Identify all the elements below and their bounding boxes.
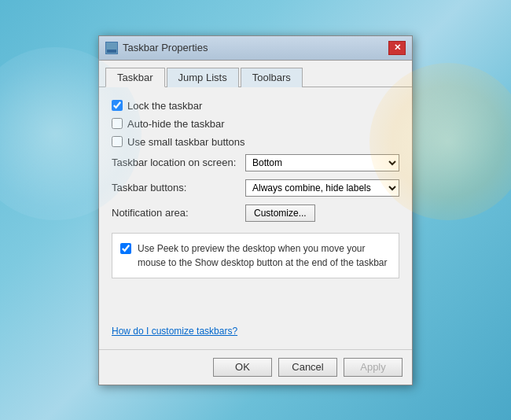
title-bar-left: Taskbar Properties	[105, 42, 208, 54]
tab-bar: Taskbar Jump Lists Toolbars	[99, 61, 412, 87]
help-link[interactable]: How do I customize taskbars?	[112, 326, 399, 337]
close-button[interactable]: ✕	[388, 41, 406, 55]
customize-button[interactable]: Customize...	[245, 204, 315, 222]
ok-button[interactable]: OK	[213, 358, 272, 377]
lock-taskbar-label[interactable]: Lock the taskbar	[127, 100, 202, 112]
auto-hide-row: Auto-hide the taskbar	[112, 118, 399, 130]
taskbar-location-select[interactable]: Bottom Top Left Right	[245, 154, 399, 171]
notification-area-row: Notification area: Customize...	[112, 204, 399, 222]
title-bar: Taskbar Properties ✕	[99, 36, 412, 61]
small-buttons-checkbox[interactable]	[112, 136, 123, 147]
small-buttons-label[interactable]: Use small taskbar buttons	[127, 136, 245, 148]
cancel-button[interactable]: Cancel	[278, 358, 337, 377]
lock-taskbar-row: Lock the taskbar	[112, 100, 399, 112]
tab-toolbars[interactable]: Toolbars	[241, 68, 303, 87]
small-buttons-row: Use small taskbar buttons	[112, 136, 399, 148]
auto-hide-label[interactable]: Auto-hide the taskbar	[127, 118, 225, 130]
taskbar-buttons-select[interactable]: Always combine, hide labels Combine when…	[245, 179, 399, 197]
taskbar-properties-dialog: Taskbar Properties ✕ Taskbar Jump Lists …	[98, 35, 413, 385]
peek-label[interactable]: Use Peek to preview the desktop when you…	[138, 241, 391, 270]
auto-hide-checkbox[interactable]	[112, 118, 123, 129]
taskbar-buttons-row: Taskbar buttons: Always combine, hide la…	[112, 179, 399, 197]
tab-content: Lock the taskbar Auto-hide the taskbar U…	[99, 87, 412, 349]
tab-taskbar[interactable]: Taskbar	[105, 68, 165, 87]
dialog-footer: OK Cancel Apply	[99, 349, 412, 385]
peek-section: Use Peek to preview the desktop when you…	[112, 233, 399, 278]
lock-taskbar-checkbox[interactable]	[112, 100, 123, 111]
svg-rect-1	[107, 43, 110, 49]
peek-checkbox[interactable]	[120, 243, 131, 254]
taskbar-location-label: Taskbar location on screen:	[112, 157, 245, 168]
taskbar-location-row: Taskbar location on screen: Bottom Top L…	[112, 154, 399, 171]
dialog-icon	[105, 42, 118, 54]
taskbar-buttons-label: Taskbar buttons:	[112, 182, 245, 193]
dialog-title: Taskbar Properties	[123, 42, 208, 53]
svg-rect-0	[107, 50, 116, 53]
tab-jump-lists[interactable]: Jump Lists	[167, 68, 239, 87]
notification-area-label: Notification area:	[112, 207, 245, 219]
apply-button[interactable]: Apply	[344, 358, 403, 377]
